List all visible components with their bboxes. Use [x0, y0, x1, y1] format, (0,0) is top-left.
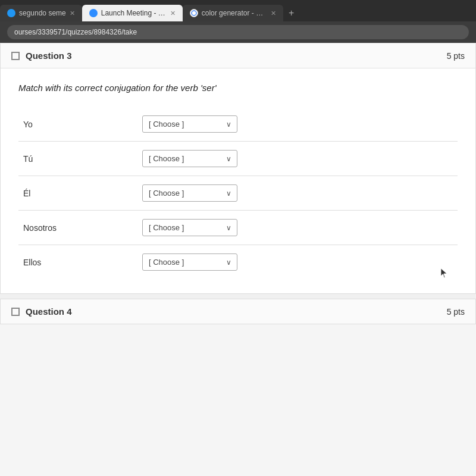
subject-ellos: Ellos — [18, 245, 137, 280]
tab-favicon-1 — [7, 9, 15, 17]
question-3-title: Question 3 — [26, 51, 72, 61]
select-cell-yo: [ Choose ] soy eres es somos sois son — [137, 107, 458, 142]
question-4-pts: 5 pts — [447, 307, 465, 317]
select-wrapper-el: [ Choose ] soy eres es somos sois son — [142, 184, 237, 202]
bookmark-icon[interactable] — [11, 52, 20, 60]
tab-segundo[interactable]: segundo seme ✕ — [0, 5, 82, 21]
tab-label-3: color generator - Google Search — [202, 9, 267, 17]
tab-zoom[interactable]: Launch Meeting - Zoom ✕ — [82, 5, 183, 21]
subject-yo: Yo — [18, 107, 137, 142]
new-tab-button[interactable]: + — [283, 5, 300, 21]
question-4-title: Question 4 — [26, 306, 72, 317]
select-wrapper-tu: [ Choose ] soy eres es somos sois son — [142, 150, 237, 167]
svg-point-0 — [192, 11, 196, 15]
tab-favicon-2 — [89, 9, 98, 17]
question-4-header: Question 4 5 pts — [1, 299, 475, 324]
table-row: Tú [ Choose ] soy eres es somos — [18, 142, 458, 176]
select-yo[interactable]: [ Choose ] soy eres es somos sois son — [142, 115, 237, 133]
quiz-container: Question 3 5 pts Match with its correct … — [0, 43, 476, 324]
select-cell-nosotros: [ Choose ] soy eres es somos sois son — [137, 211, 458, 245]
table-row: Ellos [ Choose ] soy eres es somos — [18, 245, 458, 280]
browser-chrome: segundo seme ✕ Launch Meeting - Zoom ✕ c… — [0, 0, 476, 43]
address-bar — [0, 21, 476, 43]
question-4-block: Question 4 5 pts — [0, 299, 476, 324]
tab-close-3[interactable]: ✕ — [271, 10, 276, 17]
subject-nosotros: Nosotros — [18, 211, 137, 245]
select-wrapper-ellos: [ Choose ] soy eres es somos sois son — [142, 253, 237, 271]
match-table: Yo [ Choose ] soy eres es somos — [18, 107, 458, 279]
page-content: Question 3 5 pts Match with its correct … — [0, 43, 476, 476]
select-cell-ellos: [ Choose ] soy eres es somos sois son — [137, 245, 458, 280]
question-3-prompt: Match with its correct conjugation for t… — [18, 83, 458, 93]
select-nosotros[interactable]: [ Choose ] soy eres es somos sois son — [142, 219, 237, 236]
tab-close-1[interactable]: ✕ — [70, 10, 75, 17]
select-tu[interactable]: [ Choose ] soy eres es somos sois son — [142, 150, 237, 167]
question-3-body: Match with its correct conjugation for t… — [1, 68, 475, 293]
subject-el: Él — [18, 176, 137, 211]
select-cell-el: [ Choose ] soy eres es somos sois son — [137, 176, 458, 211]
select-wrapper-yo: [ Choose ] soy eres es somos sois son — [142, 115, 237, 133]
tab-favicon-3 — [190, 9, 198, 17]
question-3-block: Question 3 5 pts Match with its correct … — [0, 43, 476, 294]
address-input[interactable] — [7, 25, 469, 39]
table-row: Él [ Choose ] soy eres es somos — [18, 176, 458, 211]
tab-bar: segundo seme ✕ Launch Meeting - Zoom ✕ c… — [0, 0, 476, 21]
tab-google[interactable]: color generator - Google Search ✕ — [183, 5, 283, 21]
bookmark-icon-q4[interactable] — [11, 308, 20, 316]
question-3-header: Question 3 5 pts — [1, 43, 475, 68]
subject-tu: Tú — [18, 142, 137, 176]
question-3-pts: 5 pts — [447, 51, 465, 61]
question-4-header-left: Question 4 — [11, 306, 72, 317]
tab-label-1: segundo seme — [19, 9, 66, 17]
table-row: Yo [ Choose ] soy eres es somos — [18, 107, 458, 142]
question-3-header-left: Question 3 — [11, 51, 72, 61]
tab-close-2[interactable]: ✕ — [170, 10, 176, 17]
select-el[interactable]: [ Choose ] soy eres es somos sois son — [142, 184, 237, 202]
table-row: Nosotros [ Choose ] soy eres es somos — [18, 211, 458, 245]
tab-label-2: Launch Meeting - Zoom — [101, 9, 167, 17]
select-ellos[interactable]: [ Choose ] soy eres es somos sois son — [142, 253, 237, 271]
select-cell-tu: [ Choose ] soy eres es somos sois son — [137, 142, 458, 176]
select-wrapper-nosotros: [ Choose ] soy eres es somos sois son — [142, 219, 237, 236]
